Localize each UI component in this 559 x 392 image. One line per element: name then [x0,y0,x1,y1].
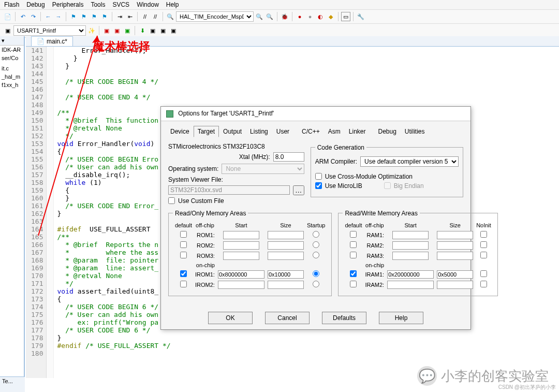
custom-file-check[interactable] [168,197,175,204]
mem-default-check[interactable] [180,281,187,287]
batch-build-icon[interactable]: ▣ [123,26,132,35]
tab-user[interactable]: User [272,126,293,137]
mem-opt[interactable] [313,231,319,238]
mem-start[interactable] [218,281,264,289]
target-select[interactable]: USART1_Printf [13,25,86,36]
tree-item[interactable]: ser/Co [0,54,24,62]
project-pane[interactable]: ▾ IDK-ARser/Coit.c_hal_mf1xx_h [0,36,25,392]
mem-opt[interactable] [480,270,487,277]
breakpoint-disable-icon[interactable]: ◐ [316,12,325,21]
mem-start[interactable] [223,241,259,250]
find-prev-icon[interactable]: 🔍 [265,12,274,21]
mem-opt[interactable] [313,252,319,258]
breakpoint-gray-icon[interactable]: ● [305,12,315,21]
tab-c/c++[interactable]: C/C++ [298,126,324,137]
menu-svcs[interactable]: SVCS [112,1,129,8]
menu-tools[interactable]: Tools [91,1,105,8]
bookmark-icon[interactable]: ⚑ [69,12,78,21]
editor-tab-main[interactable]: 📄 main.c* [31,36,73,46]
manage-icon[interactable]: ▣ [158,26,168,35]
mem-size[interactable] [437,241,473,250]
mem-opt[interactable] [313,270,319,277]
mem-opt[interactable] [480,281,487,287]
tree-item[interactable]: f1xx_h [0,81,24,89]
defaults-button[interactable]: Defaults [322,312,366,324]
find-icon[interactable]: 🔍 [166,12,175,21]
mem-start[interactable] [223,231,259,239]
mem-start[interactable] [223,252,259,260]
mem-size[interactable] [268,231,304,239]
mem-size[interactable] [268,252,304,260]
menu-window[interactable]: Window [137,1,159,8]
mem-start[interactable] [218,270,264,279]
breakpoint-kill-icon[interactable]: ◆ [326,12,335,21]
tab-target[interactable]: Target [194,126,219,137]
tree-item[interactable]: IDK-AR [0,46,24,54]
mem-size[interactable] [437,231,473,239]
download-icon[interactable]: ⬇ [138,26,147,35]
mem-size[interactable] [268,241,304,250]
help-button[interactable]: Help [379,312,423,324]
menu-debug[interactable]: Debug [26,1,45,8]
mem-default-check[interactable] [350,281,357,287]
mem-opt[interactable] [313,281,319,287]
mem-opt[interactable] [480,252,487,258]
find-next-icon[interactable]: 🔍 [255,12,264,21]
bottom-tab[interactable]: Te... [0,376,25,392]
tab-device[interactable]: Device [166,126,194,137]
tab-listing[interactable]: Listing [246,126,272,137]
mem-size[interactable] [268,281,304,289]
cancel-button[interactable]: Cancel [265,312,310,324]
options-icon[interactable]: ▣ [148,26,157,35]
configure-icon[interactable]: 🔧 [356,12,365,21]
mem-default-check[interactable] [180,241,187,248]
options-wand-icon[interactable]: ✨ [87,26,96,35]
comment-icon[interactable]: // [140,12,150,21]
mem-start[interactable] [392,252,429,260]
mem-default-check[interactable] [350,241,357,248]
xtal-input[interactable] [273,152,304,162]
mem-default-check[interactable] [350,252,357,258]
tab-debug[interactable]: Debug [374,126,400,137]
mem-size[interactable] [437,252,473,260]
mem-start[interactable] [392,231,429,239]
mem-start[interactable] [387,281,434,289]
uncomment-icon[interactable]: // [151,12,160,21]
tab-utilities[interactable]: Utilities [401,126,429,137]
back-icon[interactable]: ← [43,12,53,21]
svf-browse[interactable]: … [293,185,304,195]
mem-size[interactable] [268,270,304,279]
mem-size[interactable] [437,281,473,289]
menu-flash[interactable]: Flash [4,1,19,8]
books-icon[interactable]: ▣ [169,26,178,35]
mem-default-check[interactable] [180,252,187,258]
outdent-icon[interactable]: ⇤ [125,12,135,21]
bookmark-next-icon[interactable]: ⚑ [90,12,99,21]
bookmark-prev-icon[interactable]: ⚑ [79,12,89,21]
find-combo[interactable]: HAL_TIM_Encoder_MspD [176,11,254,22]
mem-default-check[interactable] [180,270,187,277]
mem-default-check[interactable] [350,231,357,238]
build-icon[interactable]: ▣ [102,26,111,35]
tab-output[interactable]: Output [219,126,246,137]
tab-asm[interactable]: Asm [324,126,345,137]
breakpoint-red-icon[interactable]: ● [295,12,304,21]
mem-opt[interactable] [480,241,487,248]
mem-size[interactable] [437,270,473,279]
new-icon[interactable]: 📄 [3,12,12,21]
cross-module-check[interactable] [315,173,322,180]
menu-peripherals[interactable]: Peripherals [52,1,84,8]
menu-help[interactable]: Help [166,1,179,8]
mem-default-check[interactable] [180,231,187,238]
microlib-check[interactable] [315,182,322,189]
undo-icon[interactable]: ↶ [18,12,27,21]
window-icon[interactable]: ▭ [341,12,350,21]
tab-linker[interactable]: Linker [345,126,370,137]
project-icon[interactable]: ▣ [3,26,12,35]
debug-icon[interactable]: 🐞 [280,12,289,21]
mem-default-check[interactable] [350,270,357,277]
mem-opt[interactable] [313,241,319,248]
compiler-select[interactable]: Use default compiler version 5 [360,156,459,167]
ok-button[interactable]: OK [208,312,253,324]
mem-start[interactable] [392,241,429,250]
